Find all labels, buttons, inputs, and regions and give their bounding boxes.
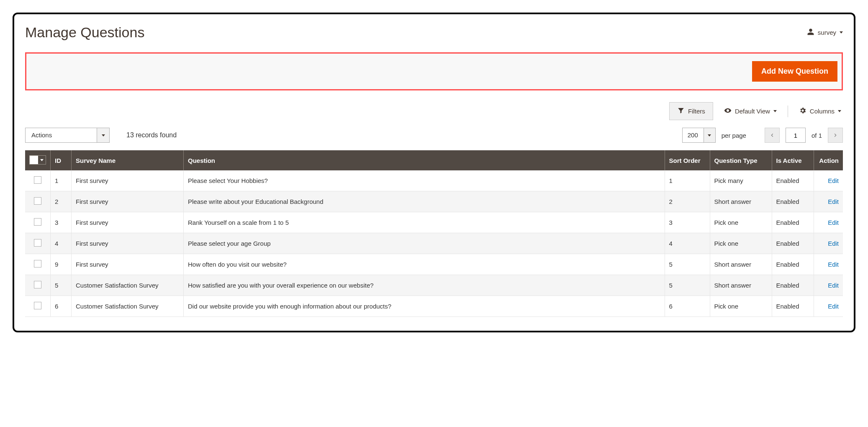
select-all-caret[interactable] [38,156,46,164]
cell-is-active: Enabled [772,296,814,317]
edit-link[interactable]: Edit [828,282,839,289]
cell-question-type: Short answer [710,191,772,212]
cell-question: How often do you visit our website? [184,254,665,275]
cell-is-active: Enabled [772,254,814,275]
cell-is-active: Enabled [772,233,814,254]
user-label: survey [818,29,836,36]
cell-sort-order: 4 [665,233,710,254]
page-size-caret [704,128,715,142]
cell-sort-order: 5 [665,275,710,296]
cell-survey-name: First survey [72,254,184,275]
cell-question: How satisfied are you with your overall … [184,275,665,296]
records-found: 13 records found [126,131,177,139]
caret-down-icon [840,31,843,33]
cell-is-active: Enabled [772,275,814,296]
col-header-action[interactable]: Action [814,150,843,170]
table-row[interactable]: 5Customer Satisfaction SurveyHow satisfi… [25,275,843,296]
table-row[interactable]: 2First surveyPlease write about your Edu… [25,191,843,212]
row-checkbox[interactable] [34,281,41,288]
caret-down-icon [838,110,841,112]
col-header-question-type[interactable]: Question Type [710,150,772,170]
default-view-label: Default View [735,108,770,115]
cell-id: 2 [51,191,72,212]
cell-question-type: Pick one [710,233,772,254]
edit-link[interactable]: Edit [828,303,839,310]
table-row[interactable]: 6Customer Satisfaction SurveyDid our web… [25,296,843,317]
cell-question: Did our website provide you with enough … [184,296,665,317]
cell-survey-name: First survey [72,212,184,233]
add-new-question-button[interactable]: Add New Question [752,61,837,82]
edit-link[interactable]: Edit [828,219,839,226]
row-checkbox[interactable] [34,302,41,309]
cell-survey-name: Customer Satisfaction Survey [72,296,184,317]
cell-id: 6 [51,296,72,317]
cell-survey-name: First survey [72,191,184,212]
cell-id: 4 [51,233,72,254]
cell-question: Please select Your Hobbies? [184,170,665,191]
toolbar-divider [788,105,788,117]
cell-id: 1 [51,170,72,191]
page-title: Manage Questions [25,24,144,41]
cell-is-active: Enabled [772,191,814,212]
cell-question: Please select your age Group [184,233,665,254]
chevron-left-icon [769,132,775,138]
page-size-value: 200 [683,128,704,142]
funnel-icon [677,107,685,116]
cell-survey-name: First survey [72,170,184,191]
row-checkbox[interactable] [34,260,41,268]
cell-is-active: Enabled [772,212,814,233]
table-row[interactable]: 9First surveyHow often do you visit our … [25,254,843,275]
cell-question: Rank Yourself on a scale from 1 to 5 [184,212,665,233]
pager-prev-button[interactable] [765,128,780,143]
cell-question-type: Short answer [710,275,772,296]
row-checkbox[interactable] [34,239,41,247]
cell-survey-name: Customer Satisfaction Survey [72,275,184,296]
pager-next-button[interactable] [828,128,843,143]
edit-link[interactable]: Edit [828,240,839,247]
col-header-is-active[interactable]: Is Active [772,150,814,170]
cell-survey-name: First survey [72,233,184,254]
action-bar: Add New Question [25,52,843,90]
row-checkbox[interactable] [34,197,41,205]
user-icon [807,28,814,37]
filters-button[interactable]: Filters [669,102,713,120]
actions-select[interactable]: Actions [25,128,110,143]
pager-current-input[interactable] [786,128,806,143]
edit-link[interactable]: Edit [828,177,839,184]
table-row[interactable]: 1First surveyPlease select Your Hobbies?… [25,170,843,191]
gear-icon [799,107,806,116]
columns-label: Columns [810,108,835,115]
edit-link[interactable]: Edit [828,261,839,268]
cell-sort-order: 6 [665,296,710,317]
actions-select-label: Actions [26,128,97,142]
filters-label: Filters [688,108,705,115]
col-header-id[interactable]: ID [51,150,72,170]
columns-button[interactable]: Columns [797,103,843,119]
per-page-label: per page [722,132,746,139]
pager-of-label: of 1 [812,132,822,139]
edit-link[interactable]: Edit [828,198,839,205]
col-header-checkbox[interactable] [25,150,51,170]
col-header-question[interactable]: Question [184,150,665,170]
cell-is-active: Enabled [772,170,814,191]
table-row[interactable]: 4First surveyPlease select your age Grou… [25,233,843,254]
user-menu[interactable]: survey [807,28,843,37]
eye-icon [724,107,732,116]
row-checkbox[interactable] [34,218,41,226]
select-all-checkbox[interactable] [30,156,38,164]
chevron-right-icon [832,132,838,138]
row-checkbox[interactable] [34,176,41,184]
default-view-button[interactable]: Default View [722,103,778,119]
cell-question-type: Pick many [710,170,772,191]
col-header-sort-order[interactable]: Sort Order [665,150,710,170]
page-size-select[interactable]: 200 [682,128,716,143]
cell-id: 5 [51,275,72,296]
cell-sort-order: 2 [665,191,710,212]
col-header-survey-name[interactable]: Survey Name [72,150,184,170]
table-row[interactable]: 3First surveyRank Yourself on a scale fr… [25,212,843,233]
cell-sort-order: 1 [665,170,710,191]
cell-id: 9 [51,254,72,275]
caret-down-icon [773,110,777,112]
cell-sort-order: 3 [665,212,710,233]
questions-table: ID Survey Name Question Sort Order Quest… [25,150,843,317]
